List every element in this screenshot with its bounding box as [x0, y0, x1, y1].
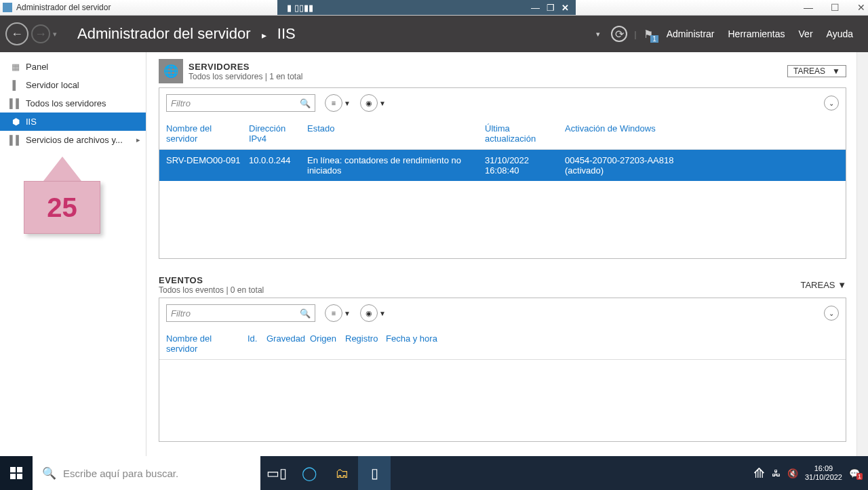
menu-administrar[interactable]: Administrar — [667, 28, 715, 39]
filter-placeholder: Filtro — [171, 308, 191, 319]
sidebar-item-label: Todos los servidores — [26, 98, 106, 108]
cell-server-name: SRV-DEMO00-091 — [163, 154, 246, 177]
breadcrumb-root[interactable]: Administrador del servidor — [77, 25, 251, 42]
chevron-down-icon[interactable]: ▼ — [379, 100, 386, 107]
panel-collapse-icon[interactable]: ⌄ — [824, 96, 839, 110]
sidebar-item-local-server[interactable]: ▌ Servidor local — [0, 76, 146, 94]
svg-rect-2 — [10, 474, 16, 479]
taskbar-search[interactable]: 🔍 Escribe aquí para buscar. — [33, 456, 260, 490]
tray-network-icon[interactable]: 🖧 — [772, 468, 781, 478]
cell-activation: 00454-20700-27203-AA818 (activado) — [562, 154, 711, 177]
vertical-scrollbar[interactable] — [856, 52, 868, 456]
col-ip[interactable]: Dirección IPv4 — [246, 122, 304, 145]
search-icon[interactable]: 🔍 — [300, 308, 311, 319]
svg-rect-1 — [17, 467, 22, 472]
servers-section-header: 🌐 SERVIDORES Todos los servidores | 1 en… — [159, 59, 846, 83]
col-datetime[interactable]: Fecha y hora — [383, 332, 444, 355]
col-id[interactable]: Id. — [245, 332, 264, 355]
nav-forward-button[interactable]: → — [31, 24, 50, 43]
servers-grid-header: Nombre del servidor Dirección IPv4 Estad… — [159, 118, 846, 150]
sidebar-item-label: Servidor local — [26, 80, 79, 90]
table-row[interactable]: SRV-DEMO00-091 10.0.0.244 En línea: cont… — [159, 150, 846, 181]
clock-time: 16:09 — [805, 464, 842, 473]
filter-placeholder: Filtro — [171, 98, 191, 108]
chevron-down-icon: ▼ — [832, 66, 840, 76]
chevron-down-icon: ▼ — [837, 280, 846, 290]
chevron-down-icon[interactable]: ▼ — [379, 310, 386, 317]
inner-minimize-button[interactable]: — — [531, 3, 540, 13]
col-origin[interactable]: Origen — [307, 332, 342, 355]
servers-filter-input[interactable]: Filtro 🔍 — [166, 94, 315, 112]
search-icon[interactable]: 🔍 — [300, 98, 311, 108]
events-grid-header: Nombre del servidor Id. Gravedad Origen … — [159, 328, 846, 360]
servers-tasks-button[interactable]: TAREAS ▼ — [787, 65, 846, 77]
filter-save-icon[interactable]: ◉ — [360, 304, 378, 322]
main-content: 🌐 SERVIDORES Todos los servidores | 1 en… — [146, 52, 868, 456]
sidebar-item-panel[interactable]: ▦ Panel — [0, 58, 146, 76]
tray-volume-icon[interactable]: 🔇 — [787, 468, 798, 478]
sidebar-item-label: Panel — [26, 62, 48, 72]
files-icon: ▌▌ — [9, 135, 22, 145]
servers-section-subtitle: Todos los servidores | 1 en total — [189, 72, 303, 81]
tray-clock[interactable]: 16:09 31/10/2022 — [805, 464, 842, 482]
close-button[interactable]: ✕ — [857, 2, 865, 13]
col-server-name[interactable]: Nombre del servidor — [163, 122, 246, 145]
col-registry[interactable]: Registro — [342, 332, 383, 355]
notif-badge: 1 — [856, 473, 863, 480]
server-manager-icon[interactable]: ▯ — [358, 456, 391, 490]
events-toolbar: Filtro 🔍 ≡ ▼ ◉ ▼ ⌄ — [159, 298, 846, 328]
sidebar: ▦ Panel ▌ Servidor local ▌▌ Todos los se… — [0, 52, 146, 456]
chevron-right-icon: ▸ — [136, 136, 140, 144]
col-severity[interactable]: Gravedad — [264, 332, 307, 355]
inner-restore-button[interactable]: ❐ — [547, 3, 555, 13]
sidebar-item-all-servers[interactable]: ▌▌ Todos los servidores — [0, 94, 146, 113]
col-server-name[interactable]: Nombre del servidor — [163, 332, 245, 355]
edge-icon[interactable]: ◯ — [293, 456, 326, 490]
events-grid-body — [159, 360, 846, 441]
dashboard-icon: ▦ — [9, 62, 22, 72]
events-section-title: EVENTOS — [159, 275, 264, 285]
chevron-down-icon[interactable]: ▼ — [344, 310, 351, 317]
events-filter-input[interactable]: Filtro 🔍 — [166, 304, 315, 322]
col-last-update[interactable]: Última actualización — [482, 122, 562, 145]
filter-options-icon[interactable]: ≡ — [325, 94, 342, 112]
explorer-icon[interactable]: 🗂 — [326, 456, 358, 490]
menu-herramientas[interactable]: Herramientas — [728, 28, 785, 39]
windows-taskbar: 🔍 Escribe aquí para buscar. ▭▯ ◯ 🗂 ▯ ⟰ 🖧… — [0, 456, 868, 490]
sidebar-item-file-services[interactable]: ▌▌ Servicios de archivos y... ▸ — [0, 131, 146, 149]
action-center-icon[interactable]: 💬1 — [849, 468, 860, 478]
iis-icon: ⬢ — [9, 117, 22, 127]
cell-status: En línea: contadores de rendimiento no i… — [304, 154, 482, 177]
nav-back-button[interactable]: ← — [5, 22, 28, 45]
start-button[interactable] — [0, 456, 33, 490]
flag-badge: 1 — [650, 35, 658, 43]
app-header: ← → ▾ Administrador del servidor ▸ IIS ▾… — [0, 16, 868, 52]
server-icon: ▌ — [9, 80, 22, 90]
panel-collapse-icon[interactable]: ⌄ — [824, 306, 839, 321]
sidebar-item-iis[interactable]: ⬢ IIS — [0, 113, 146, 131]
minimize-button[interactable]: — — [804, 2, 813, 13]
col-activation[interactable]: Activación de Windows — [562, 122, 711, 145]
header-dropdown-icon[interactable]: ▾ — [596, 30, 600, 39]
filter-save-icon[interactable]: ◉ — [360, 94, 378, 112]
chevron-down-icon[interactable]: ▼ — [344, 100, 351, 107]
chevron-right-icon: ▸ — [262, 30, 267, 41]
servers-section-title: SERVIDORES — [189, 62, 303, 72]
notifications-flag-icon[interactable]: ⚑1 — [644, 28, 653, 41]
menu-ver[interactable]: Ver — [799, 28, 813, 39]
taskbar-pinned: ▭▯ ◯ 🗂 ▯ — [260, 456, 391, 490]
menu-ayuda[interactable]: Ayuda — [827, 28, 853, 39]
clock-date: 31/10/2022 — [805, 473, 842, 482]
inner-close-button[interactable]: ✕ — [561, 3, 569, 13]
breadcrumb-leaf[interactable]: IIS — [277, 25, 296, 42]
task-view-icon[interactable]: ▭▯ — [260, 456, 293, 490]
refresh-icon[interactable]: ⟳ — [611, 26, 627, 42]
col-status[interactable]: Estado — [304, 122, 482, 145]
nav-dropdown-icon[interactable]: ▾ — [53, 30, 57, 39]
tray-overflow-icon[interactable]: ⟰ — [753, 465, 765, 481]
filter-options-icon[interactable]: ≡ — [325, 304, 342, 322]
servers-section-icon: 🌐 — [159, 59, 183, 83]
events-tasks-button[interactable]: TAREAS ▼ — [800, 280, 846, 290]
servers-icon: ▌▌ — [9, 98, 22, 108]
maximize-button[interactable]: ☐ — [831, 2, 840, 13]
